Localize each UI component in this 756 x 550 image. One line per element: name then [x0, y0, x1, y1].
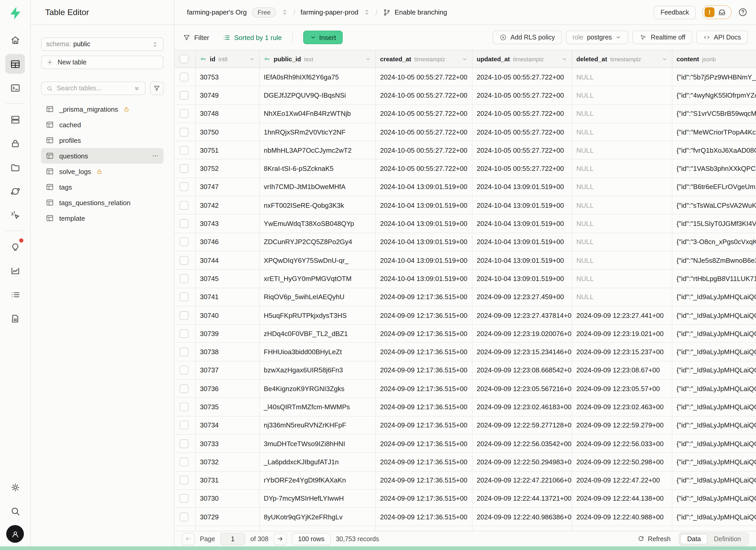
cell-created_at[interactable]: 2024-09-09 12:17:36.515+00: [376, 380, 473, 398]
api-docs-button[interactable]: API Docs: [696, 31, 748, 44]
add-rls-policy-button[interactable]: Add RLS policy: [493, 31, 562, 44]
cell-created_at[interactable]: 2024-09-09 12:17:36.515+00: [376, 343, 473, 361]
cell-id[interactable]: 30741: [196, 288, 260, 306]
tab-definition[interactable]: Definition: [708, 535, 747, 542]
cell-deleted_at[interactable]: NULL: [572, 251, 672, 269]
page-input[interactable]: 1: [220, 533, 245, 545]
cell-id[interactable]: 30732: [196, 453, 260, 471]
cell-created_at[interactable]: 2024-10-04 13:09:01.519+00: [376, 196, 473, 214]
cell-deleted_at[interactable]: NULL: [572, 68, 672, 86]
row-checkbox[interactable]: [180, 292, 188, 301]
cell-created_at[interactable]: 2024-10-04 13:09:01.519+00: [376, 215, 473, 233]
cell-content[interactable]: {"id":"3-O8cn_xPgs0cVxqKE: [672, 233, 756, 251]
row-checkbox[interactable]: [180, 311, 188, 320]
cell-content[interactable]: {"id":"fvrQ1bXoJ6XaAD08G: [672, 141, 756, 159]
cell-updated_at[interactable]: 2024-10-04 13:09:01.519+00: [473, 270, 572, 288]
cell-id[interactable]: 30742: [196, 196, 260, 214]
cell-deleted_at[interactable]: 2024-09-09 12:22:56.033+00: [572, 435, 672, 453]
rail-item-account[interactable]: [6, 525, 24, 543]
row-checkbox[interactable]: [180, 91, 188, 100]
cell-deleted_at[interactable]: 2024-09-09 12:23:02.463+00: [572, 398, 672, 416]
rail-item-settings[interactable]: [5, 477, 25, 497]
sidebar-item-profiles[interactable]: profiles: [41, 132, 164, 148]
rail-item-sql-editor[interactable]: [5, 78, 25, 98]
cell-id[interactable]: 30745: [196, 270, 260, 288]
cell-created_at[interactable]: 2024-09-09 12:17:36.515+00: [376, 453, 473, 471]
cell-created_at[interactable]: 2024-10-05 00:55:27.722+00: [376, 160, 473, 178]
cell-created_at[interactable]: 2024-10-04 13:09:01.519+00: [376, 270, 473, 288]
column-header-created_at[interactable]: created_attimestamptz: [376, 50, 473, 68]
cell-content[interactable]: {"id":"_Id9aLyJpMHQLaiQC: [672, 526, 756, 531]
cell-id[interactable]: 30734: [196, 416, 260, 434]
cell-id[interactable]: 30731: [196, 471, 260, 489]
cell-deleted_at[interactable]: 2024-09-09 12:22:59.279+00: [572, 416, 672, 434]
cell-updated_at[interactable]: 2024-09-09 12:22:50.294983+00: [473, 453, 572, 471]
cell-content[interactable]: {"id":"_Id9aLyJpMHQLaiQC: [672, 508, 756, 526]
cell-created_at[interactable]: 2024-09-09 12:17:36.515+00: [376, 288, 473, 306]
sidebar-item-tags_questions_relation[interactable]: tags_questions_relation: [41, 195, 164, 210]
cell-content[interactable]: {"id":"_Id9aLyJpMHQLaiQC: [672, 288, 756, 306]
row-checkbox[interactable]: [180, 513, 188, 521]
rail-item-database[interactable]: [5, 110, 25, 129]
cell-deleted_at[interactable]: NULL: [572, 178, 672, 196]
row-checkbox[interactable]: [180, 439, 188, 448]
cell-deleted_at[interactable]: 2024-09-09 12:22:50.298+00: [572, 453, 672, 471]
cell-public_id[interactable]: RiqOV6p_5wihLeIAEQyhU: [260, 288, 376, 306]
cell-content[interactable]: {"id":"_Id9aLyJpMHQLaiQC: [672, 325, 756, 343]
project-switcher-icon[interactable]: [363, 9, 370, 16]
column-header-id[interactable]: idint8: [196, 50, 260, 68]
cell-content[interactable]: {"id":"rtHbLpgB8V11LUK7152: [672, 270, 756, 288]
cell-content[interactable]: {"id":"MeWCriorTPopA4Kc9: [672, 123, 756, 141]
cell-updated_at[interactable]: 2024-09-09 12:22:59.277128+00: [473, 416, 572, 434]
help-icon[interactable]: [738, 7, 748, 17]
cell-updated_at[interactable]: 2024-09-09 12:22:44.13721+00: [473, 490, 572, 508]
cell-content[interactable]: {"id":"_Id9aLyJpMHQLaiQC: [672, 435, 756, 453]
cell-content[interactable]: {"id":"1VASb3phnXXkQPCpv: [672, 160, 756, 178]
previous-page-button[interactable]: [182, 533, 195, 545]
row-checkbox[interactable]: [180, 347, 188, 356]
cell-deleted_at[interactable]: NULL: [572, 270, 672, 288]
role-select[interactable]: role postgres: [566, 31, 629, 44]
cell-id[interactable]: 30733: [196, 435, 260, 453]
cell-content[interactable]: {"id":"_Id9aLyJpMHQLaiQC: [672, 361, 756, 379]
rail-item-api-docs[interactable]: [5, 308, 25, 328]
rows-per-page-button[interactable]: 100 rows: [292, 533, 330, 545]
cell-content[interactable]: {"id":"S1vrVC5BrB59wqcM4: [672, 105, 756, 123]
cell-updated_at[interactable]: 2024-09-09 12:23:27.459+00: [473, 288, 572, 306]
row-checkbox[interactable]: [180, 366, 188, 375]
cell-updated_at[interactable]: 2024-09-09 12:23:05.567216+00: [473, 380, 572, 398]
cell-updated_at[interactable]: 2024-09-09 12:23:27.437814+00: [473, 306, 572, 324]
row-checkbox[interactable]: [180, 72, 188, 81]
refresh-button[interactable]: Refresh: [637, 535, 671, 542]
cell-public_id[interactable]: 3muDHTceTWso9IZi8hHNI: [260, 435, 376, 453]
cell-created_at[interactable]: 2024-09-09 12:17:36.515+00: [376, 361, 473, 379]
cell-updated_at[interactable]: 2024-09-09 12:23:15.234146+00: [473, 343, 572, 361]
row-checkbox[interactable]: [180, 403, 188, 411]
cell-deleted_at[interactable]: NULL: [572, 86, 672, 104]
cell-content[interactable]: {"id":"_Id9aLyJpMHQLaiQC: [672, 471, 756, 489]
rail-item-reports[interactable]: [5, 261, 25, 280]
cell-deleted_at[interactable]: NULL: [572, 233, 672, 251]
cell-content[interactable]: {"id":"sTsWaLCPsVA2WuK2: [672, 196, 756, 214]
more-options-icon[interactable]: [152, 152, 159, 159]
rail-item-advisors[interactable]: [5, 237, 25, 257]
row-checkbox[interactable]: [180, 476, 188, 485]
column-header-updated_at[interactable]: updated_attimestamptz: [473, 50, 572, 68]
cell-public_id[interactable]: rYbORF2e4YgDt9fKAXaKn: [260, 471, 376, 489]
cell-deleted_at[interactable]: 2024-09-09 12:23:15.237+00: [572, 343, 672, 361]
cell-id[interactable]: 30744: [196, 251, 260, 269]
cell-deleted_at[interactable]: 2024-09-09 12:23:19.021+00: [572, 325, 672, 343]
cell-id[interactable]: 30743: [196, 215, 260, 233]
cell-content[interactable]: {"id":"B6tr6eEFLrOVgeUmH: [672, 178, 756, 196]
cell-created_at[interactable]: 2024-10-04 13:09:01.519+00: [376, 233, 473, 251]
tab-data[interactable]: Data: [680, 534, 708, 544]
cell-created_at[interactable]: 2024-09-09 12:17:36.515+00: [376, 398, 473, 416]
project-name[interactable]: farming-paper-prod: [301, 8, 359, 16]
cell-created_at[interactable]: 2024-10-05 00:55:27.722+00: [376, 141, 473, 159]
cell-public_id[interactable]: bzwXazHgax6UIR58j6Fn3: [260, 361, 376, 379]
rail-item-home[interactable]: [5, 30, 25, 50]
rail-item-table-editor[interactable]: [5, 54, 25, 74]
cell-content[interactable]: {"id":"_Id9aLyJpMHQLaiQC: [672, 453, 756, 471]
sidebar-item-template[interactable]: template: [41, 210, 164, 226]
sort-button[interactable]: Sorted by 1 rule: [223, 33, 282, 41]
